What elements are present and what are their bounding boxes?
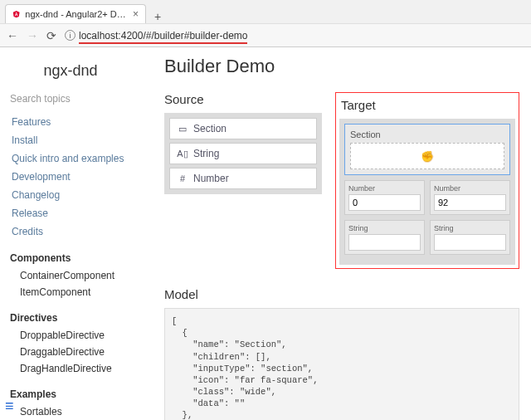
target-heading: Target — [341, 98, 515, 112]
sidebar-subitem[interactable]: DragHandleDirective — [8, 360, 133, 377]
sidebar-subitem[interactable]: DroppableDirective — [8, 327, 133, 344]
target-cell[interactable]: Number — [344, 180, 425, 215]
sidebar-subitem[interactable]: ItemComponent — [8, 284, 133, 300]
browser-tab[interactable]: ngx-dnd - Angular2+ Drag and D × — [5, 4, 146, 23]
new-tab-button[interactable]: + — [149, 10, 166, 23]
browser-chrome: ngx-dnd - Angular2+ Drag and D × + ← → ⟳… — [0, 0, 531, 47]
target-cell-label: String — [348, 224, 421, 232]
main-content: Builder Demo Source ▭SectionA▯String#Num… — [141, 47, 531, 420]
target-cell-label: Number — [348, 184, 421, 193]
target-dropzone[interactable]: Section ✊ NumberNumberStringString — [339, 119, 515, 265]
sidebar-item[interactable]: Credits — [8, 222, 133, 241]
app: ngx-dnd Search topics FeaturesInstallQui… — [0, 47, 531, 420]
target-cell[interactable]: String — [430, 220, 510, 255]
section-label: Section — [350, 129, 504, 139]
grab-icon[interactable]: ✊ — [421, 150, 434, 163]
close-icon[interactable]: × — [133, 8, 139, 20]
angular-icon — [12, 9, 20, 19]
sidebar-subitem[interactable]: ContainerComponent — [8, 267, 133, 284]
string-input[interactable] — [348, 234, 421, 251]
model-heading: Model — [164, 287, 519, 301]
sidebar-item[interactable]: Quick intro and examples — [8, 149, 133, 168]
source-item-icon: # — [177, 173, 188, 183]
target-cell-label: Number — [434, 184, 506, 193]
source-item-label: Number — [193, 173, 229, 184]
target-cell[interactable]: Number — [430, 180, 510, 215]
source-item[interactable]: ▭Section — [169, 118, 317, 139]
target-cell-label: String — [434, 224, 506, 232]
url-text: localhost:4200/#/builder#builder-demo — [79, 30, 247, 42]
source-item[interactable]: #Number — [169, 168, 317, 189]
sidebar-subitem[interactable]: DraggableDirective — [8, 344, 133, 360]
source-item-icon: ▭ — [177, 124, 188, 134]
section-inner-dropzone[interactable]: ✊ — [350, 143, 504, 169]
sidebar-subitem[interactable]: Sortables — [8, 403, 133, 420]
string-input[interactable] — [434, 234, 506, 251]
sidebar-item[interactable]: Release — [8, 204, 133, 222]
target-section[interactable]: Section ✊ — [344, 124, 510, 175]
tab-title: ngx-dnd - Angular2+ Drag and D — [25, 9, 128, 19]
browser-navbar: ← → ⟳ i localhost:4200/#/builder#builder… — [0, 23, 531, 46]
source-item-label: Section — [193, 123, 227, 134]
source-item-icon: A▯ — [177, 149, 188, 159]
site-info-icon[interactable]: i — [65, 30, 76, 41]
number-input[interactable] — [434, 194, 506, 211]
model-json-output: [ { "name": "Section", "children": [], "… — [164, 308, 519, 420]
back-icon[interactable]: ← — [7, 29, 18, 42]
brand-title: ngx-dnd — [8, 56, 133, 93]
target-row: StringString — [344, 220, 510, 255]
source-list: ▭SectionA▯String#Number — [164, 113, 322, 194]
source-item-label: String — [193, 148, 219, 159]
target-panel: Target Section ✊ NumberNumberStringStrin… — [335, 92, 519, 269]
sidebar-item[interactable]: Features — [8, 113, 133, 131]
sidebar-group-heading: Directives — [8, 309, 133, 327]
reload-icon[interactable]: ⟳ — [46, 29, 56, 42]
url-bar[interactable]: i localhost:4200/#/builder#builder-demo — [65, 30, 524, 42]
sidebar: ngx-dnd Search topics FeaturesInstallQui… — [0, 47, 141, 420]
page-title: Builder Demo — [164, 56, 519, 77]
target-row: NumberNumber — [344, 180, 510, 215]
source-item[interactable]: A▯String — [169, 143, 317, 164]
source-panel: Source ▭SectionA▯String#Number — [164, 92, 322, 269]
source-heading: Source — [164, 92, 322, 106]
tab-bar: ngx-dnd - Angular2+ Drag and D × + — [0, 0, 531, 23]
target-cell[interactable]: String — [344, 220, 425, 255]
number-input[interactable] — [348, 194, 421, 211]
sidebar-item[interactable]: Install — [8, 131, 133, 149]
hamburger-icon[interactable]: ≡ — [5, 398, 14, 415]
sidebar-group-heading: Components — [8, 249, 133, 267]
sidebar-group-heading: Examples — [8, 385, 133, 403]
forward-icon[interactable]: → — [27, 29, 38, 42]
sidebar-item[interactable]: Changelog — [8, 186, 133, 204]
search-input[interactable]: Search topics — [10, 93, 133, 105]
sidebar-item[interactable]: Development — [8, 168, 133, 186]
